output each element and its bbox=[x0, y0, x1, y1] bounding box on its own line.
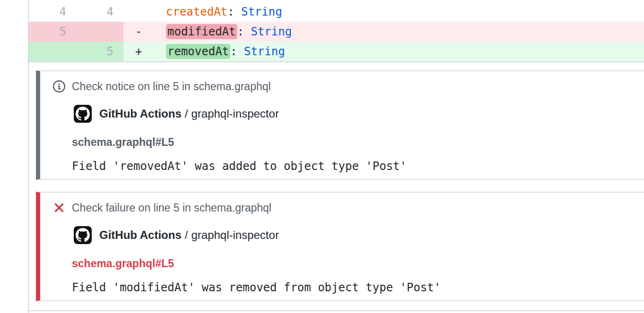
old-line-number[interactable] bbox=[29, 42, 76, 61]
diff-row-deletion: 5 -modifiedAt: String bbox=[29, 22, 644, 42]
annotation-app-label: GitHub Actions/graphql-inspector bbox=[99, 105, 279, 123]
annotation-title: Check failure on line 5 in schema.graphq… bbox=[72, 202, 271, 214]
new-line-number[interactable]: 4 bbox=[76, 0, 123, 22]
diff-marker: + bbox=[135, 42, 166, 61]
deleted-word-highlight: modifiedAt bbox=[166, 24, 237, 39]
code-type-name: String bbox=[251, 25, 292, 38]
new-line-number[interactable]: 5 bbox=[76, 42, 123, 61]
annotation-notice: Check notice on line 5 in schema.graphql… bbox=[36, 70, 644, 180]
old-line-number[interactable]: 5 bbox=[29, 22, 76, 42]
new-line-number[interactable] bbox=[76, 22, 123, 42]
added-word-highlight: removedAt bbox=[166, 44, 230, 59]
code-punctuation: : bbox=[227, 5, 241, 18]
app-repo: graphql-inspector bbox=[191, 228, 278, 241]
annotation-message: Field 'modifiedAt' was removed from obje… bbox=[72, 282, 644, 293]
app-name: GitHub Actions bbox=[99, 228, 182, 241]
annotation-file-link[interactable]: schema.graphql#L5 bbox=[72, 136, 644, 148]
code-line: -modifiedAt: String bbox=[123, 22, 644, 42]
annotation-title-row: Check notice on line 5 in schema.graphql bbox=[53, 80, 644, 93]
annotation-title: Check notice on line 5 in schema.graphql bbox=[72, 80, 271, 93]
check-annotations: Check notice on line 5 in schema.graphql… bbox=[0, 62, 644, 301]
code-type-name: String bbox=[241, 5, 282, 18]
annotation-file-link[interactable]: schema.graphql#L5 bbox=[72, 257, 644, 270]
annotation-failure: Check failure on line 5 in schema.graphq… bbox=[36, 192, 644, 301]
diff-table: 4 4 createdAt: String 5 -modifiedAt: Str… bbox=[29, 0, 644, 62]
app-name: GitHub Actions bbox=[99, 107, 182, 120]
annotation-title-row: Check failure on line 5 in schema.graphq… bbox=[53, 202, 644, 214]
code-field-name: createdAt bbox=[166, 5, 227, 18]
app-repo: graphql-inspector bbox=[191, 107, 278, 120]
diff-marker: - bbox=[135, 22, 166, 42]
github-diff-view: 4 4 createdAt: String 5 -modifiedAt: Str… bbox=[0, 0, 644, 313]
app-separator: / bbox=[185, 107, 188, 120]
info-icon bbox=[53, 80, 65, 93]
app-separator: / bbox=[185, 228, 188, 241]
section-divider bbox=[28, 310, 644, 311]
code-punctuation: : bbox=[230, 45, 244, 58]
code-type-name: String bbox=[244, 45, 285, 58]
annotation-message: Field 'removedAt' was added to object ty… bbox=[72, 161, 644, 172]
github-actions-avatar-icon bbox=[74, 226, 92, 244]
diff-row-context: 4 4 createdAt: String bbox=[29, 0, 644, 22]
old-line-number[interactable]: 4 bbox=[29, 0, 76, 22]
code-punctuation: : bbox=[237, 25, 251, 38]
github-actions-avatar-icon bbox=[74, 105, 92, 123]
diff-row-addition: 5 +removedAt: String bbox=[29, 42, 644, 61]
annotation-app-row: GitHub Actions/graphql-inspector bbox=[74, 105, 644, 123]
x-icon bbox=[54, 203, 64, 213]
annotation-app-row: GitHub Actions/graphql-inspector bbox=[74, 226, 644, 244]
annotation-app-label: GitHub Actions/graphql-inspector bbox=[99, 226, 279, 244]
code-line: createdAt: String bbox=[123, 0, 644, 22]
code-line: +removedAt: String bbox=[123, 42, 644, 61]
